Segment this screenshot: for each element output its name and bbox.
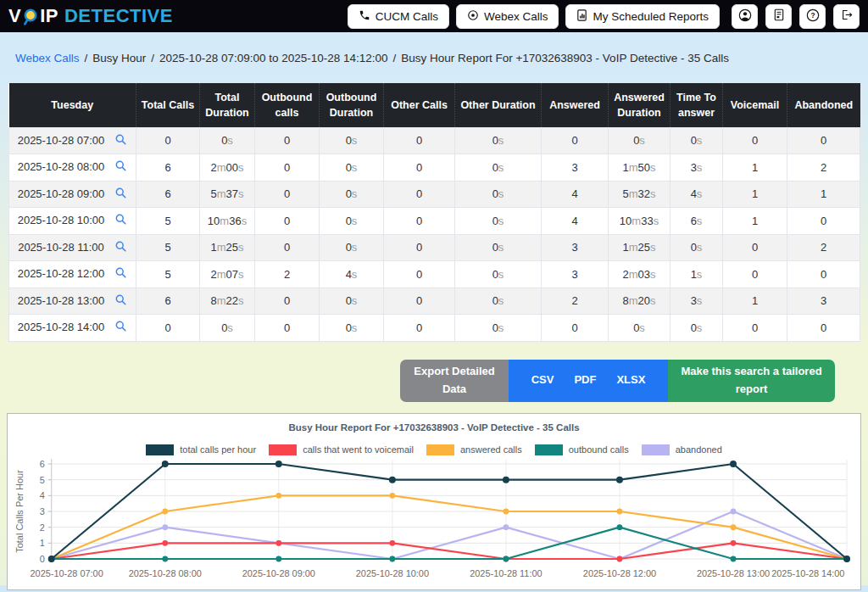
- legend-swatch: [426, 444, 454, 455]
- tailored-report-button[interactable]: Make this search a tailored report: [668, 360, 835, 402]
- my-scheduled-reports-button[interactable]: My Scheduled Reports: [565, 4, 720, 29]
- row-value-cell: 5m37s: [200, 181, 255, 208]
- row-value-cell: 0: [255, 154, 320, 182]
- row-value-cell: 0s: [455, 154, 542, 182]
- notes-button[interactable]: [765, 4, 792, 29]
- row-value-cell: 0: [787, 127, 860, 154]
- logout-button[interactable]: [833, 4, 860, 29]
- top-nav: CUCM Calls Webex Calls My Scheduled Repo…: [348, 4, 860, 29]
- row-value-cell: 0s: [200, 127, 255, 154]
- row-value-cell: 0: [787, 208, 860, 235]
- row-value-cell: 0s: [670, 234, 723, 261]
- breadcrumb: Webex Calls/Busy Hour/2025-10-28 07:09:0…: [0, 32, 868, 83]
- svg-text:2025-10-28 12:00: 2025-10-28 12:00: [583, 567, 656, 578]
- row-value-cell: 2m03s: [609, 261, 670, 288]
- col-total-calls: Total Calls: [136, 83, 200, 127]
- row-value-cell: 0s: [609, 127, 670, 154]
- row-value-cell: 0: [136, 127, 200, 154]
- breadcrumb-separator: /: [151, 52, 154, 64]
- row-value-cell: 0: [255, 181, 320, 208]
- breadcrumb-separator: /: [393, 52, 397, 64]
- legend-label: answered calls: [460, 444, 522, 455]
- row-value-cell: 0s: [455, 234, 542, 261]
- row-value-cell: 4s: [320, 261, 384, 288]
- row-value-cell: 0: [542, 127, 609, 154]
- help-icon: ?: [806, 8, 820, 25]
- table-row: 2025-10-28 09:0065m37s00s00s45m32s4s11: [9, 181, 860, 208]
- row-detail-magnifier-icon[interactable]: [114, 133, 127, 148]
- row-value-cell: 0s: [320, 181, 384, 208]
- row-value-cell: 0s: [320, 154, 384, 182]
- export-xlsx-link[interactable]: XLSX: [616, 371, 645, 388]
- col-other-duration: Other Duration: [455, 83, 542, 127]
- row-detail-magnifier-icon[interactable]: [114, 159, 127, 175]
- row-value-cell: 0: [723, 234, 787, 261]
- row-value-cell: 0s: [609, 315, 670, 342]
- row-value-cell: 5: [136, 208, 200, 235]
- webex-calls-button[interactable]: Webex Calls: [456, 4, 559, 29]
- row-value-cell: 0s: [320, 127, 384, 154]
- row-value-cell: 0: [384, 154, 455, 182]
- table-header-row: Tuesday Total Calls Total Duration Outbo…: [9, 83, 860, 127]
- svg-text:2025-10-28 08:00: 2025-10-28 08:00: [129, 567, 202, 578]
- row-value-cell: 0: [384, 181, 455, 208]
- legend-item: outbound calls: [535, 444, 629, 455]
- row-value-cell: 0s: [455, 261, 542, 288]
- row-value-cell: 0: [723, 261, 787, 288]
- phone-icon: [359, 9, 370, 24]
- row-value-cell: 0: [255, 208, 320, 235]
- row-value-cell: 0: [384, 208, 455, 235]
- table-row: 2025-10-28 13:0068m22s00s00s28m20s3s13: [9, 288, 860, 315]
- col-time-to-answer: Time To answer: [670, 83, 723, 127]
- row-value-cell: 2: [787, 234, 860, 261]
- row-value-cell: 0s: [320, 234, 384, 261]
- row-value-cell: 4: [542, 208, 609, 235]
- row-value-cell: 0: [255, 234, 320, 261]
- export-detailed-data-button[interactable]: Export Detailed Data: [400, 360, 509, 402]
- table-row: 2025-10-28 11:0051m25s00s00s31m25s0s02: [9, 234, 860, 261]
- row-detail-magnifier-icon[interactable]: [114, 187, 127, 202]
- export-button-group: Export Detailed Data CSV PDF XLSX Make t…: [400, 360, 835, 402]
- export-pdf-link[interactable]: PDF: [574, 371, 596, 388]
- row-value-cell: 10m33s: [609, 208, 670, 235]
- row-value-cell: 0s: [670, 127, 723, 154]
- row-value-cell: 0: [384, 261, 455, 288]
- account-button[interactable]: [732, 4, 758, 29]
- row-value-cell: 2m07s: [200, 261, 255, 288]
- col-outbound-calls: Outbound calls: [255, 83, 320, 127]
- svg-text:2025-10-28 11:00: 2025-10-28 11:00: [470, 567, 542, 578]
- col-answered: Answered: [542, 83, 609, 127]
- row-value-cell: 4s: [670, 181, 723, 208]
- row-detail-magnifier-icon[interactable]: [114, 320, 127, 335]
- webex-calls-label: Webex Calls: [484, 10, 548, 23]
- row-detail-magnifier-icon[interactable]: [114, 240, 127, 255]
- row-detail-magnifier-icon[interactable]: [114, 266, 127, 282]
- row-value-cell: 6s: [670, 208, 723, 235]
- chart-panel: Busy Hour Report For +17032638903 - VoIP…: [7, 413, 861, 590]
- svg-text:2025-10-28 13:00: 2025-10-28 13:00: [697, 567, 770, 578]
- row-time-cell: 2025-10-28 14:00: [9, 315, 136, 342]
- logo-text-ip: IP: [40, 5, 58, 27]
- row-value-cell: 3: [542, 154, 609, 182]
- row-value-cell: 1: [723, 208, 787, 235]
- row-value-cell: 1m50s: [609, 154, 670, 182]
- export-csv-link[interactable]: CSV: [531, 371, 554, 388]
- legend-item: calls that went to voicemail: [269, 444, 414, 455]
- notes-icon: [773, 8, 785, 24]
- row-value-cell: 0s: [320, 208, 384, 235]
- cucm-calls-button[interactable]: CUCM Calls: [348, 4, 449, 29]
- legend-item: abandoned: [642, 444, 722, 455]
- legend-item: total calls per hour: [146, 444, 256, 455]
- row-value-cell: 3: [542, 234, 609, 261]
- breadcrumb-webex-calls-link[interactable]: Webex Calls: [15, 52, 80, 64]
- row-value-cell: 1: [787, 181, 860, 208]
- row-value-cell: 2m00s: [200, 154, 255, 182]
- voip-detective-logo: VIP DETECTIVE: [8, 5, 173, 27]
- help-button[interactable]: ?: [799, 4, 826, 29]
- row-detail-magnifier-icon[interactable]: [114, 213, 127, 228]
- legend-item: answered calls: [426, 444, 522, 455]
- row-value-cell: 0s: [455, 288, 542, 315]
- row-detail-magnifier-icon[interactable]: [114, 293, 127, 309]
- row-value-cell: 0: [384, 288, 455, 315]
- row-value-cell: 0: [787, 315, 860, 342]
